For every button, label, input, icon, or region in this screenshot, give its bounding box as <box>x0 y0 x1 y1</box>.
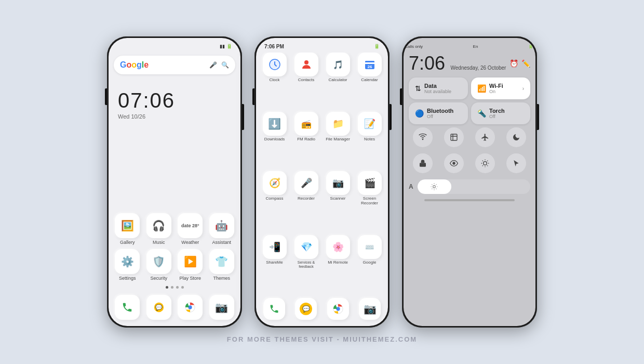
list-icon-services: 💎 <box>294 235 318 259</box>
list-item-clock[interactable]: Clock <box>260 53 289 109</box>
cc-quick-lock[interactable] <box>413 153 433 173</box>
list-item-calculator[interactable]: 🎵 Calculator <box>324 53 352 109</box>
cc-status-bar: calls only En 🔋 <box>404 38 535 53</box>
app-icon-security: 🛡️ <box>146 249 171 274</box>
list-label-miremote: Mi Remote <box>328 261 348 265</box>
cc-brightness-row: A <box>409 179 530 194</box>
clock-widget: 07:06 Wed 10/26 <box>114 79 235 213</box>
list-item-screenrecorder[interactable]: 🎬 Screen Recorder <box>355 171 384 232</box>
cc-quick-row1 <box>409 127 530 147</box>
list-label-services: Services & feedback <box>292 261 320 268</box>
dock2-icon-chrome <box>327 298 349 320</box>
list-label-clock: Clock <box>269 78 279 83</box>
list-item-miremote[interactable]: 🌸 Mi Remote <box>324 235 352 295</box>
list-item-google[interactable]: ⌨️ Google <box>355 235 384 295</box>
dock-messages[interactable]: 💬 <box>145 295 173 320</box>
list-item-contacts[interactable]: Contacts <box>292 53 320 109</box>
cc-battery: 🔋 <box>528 44 533 49</box>
dot-3 <box>176 286 179 289</box>
list-label-compass: Compass <box>266 197 284 201</box>
list-item-notes[interactable]: 📝 Notes <box>355 112 384 168</box>
app-assistant[interactable]: 🤖 Assistant <box>208 213 236 245</box>
list-item-shareme[interactable]: 📲 ShareMe <box>260 235 289 295</box>
cc-quick-eye[interactable] <box>444 153 464 173</box>
cc-tile-data[interactable]: ⇅ Data Not available <box>409 77 468 99</box>
app-grid-row2: ⚙️ Settings 🛡️ Security ▶️ Play Store 👕 … <box>114 249 235 281</box>
cc-tile-torch[interactable]: 🔦 Torch Off <box>471 102 530 124</box>
list-item-compass[interactable]: 🧭 Compass <box>260 171 289 232</box>
cc-quick-airplane[interactable] <box>475 127 495 147</box>
list-label-calculator: Calculator <box>328 78 347 83</box>
mic-icon[interactable]: 🎤 <box>209 61 217 69</box>
list-icon-notes: 📝 <box>358 112 382 136</box>
cc-quick-wifi[interactable] <box>413 127 433 147</box>
dock2-phone[interactable] <box>260 298 288 320</box>
list-label-calendar: Calendar <box>361 78 378 83</box>
brightness-slider[interactable] <box>418 179 530 194</box>
svg-rect-13 <box>451 134 457 140</box>
cc-time-section: 7:06 Wednesday, 26 October ⏰ ✏️ <box>404 53 535 74</box>
google-search-bar[interactable]: Google 🎤 🔍 <box>114 56 235 74</box>
alarm-icon[interactable]: ⏰ <box>509 59 518 68</box>
app-playstore[interactable]: ▶️ Play Store <box>177 249 204 281</box>
list-item-filemanager[interactable]: 📁 File Manager <box>324 112 352 168</box>
app-icon-assistant: 🤖 <box>209 213 234 238</box>
list-icon-calendar: 26 <box>358 53 382 76</box>
brightness-fill <box>418 179 451 194</box>
wifi-icon: 📶 <box>477 84 486 93</box>
app-security[interactable]: 🛡️ Security <box>145 249 173 281</box>
app-weather[interactable]: date 28° Weather <box>177 213 204 245</box>
dock-phone[interactable] <box>114 295 141 320</box>
cc-tile-wifi[interactable]: 📶 Wi-Fi On › <box>471 77 530 99</box>
list-icon-shareme: 📲 <box>263 235 287 259</box>
list-label-scanner: Scanner <box>330 197 346 201</box>
list-icon-scanner: 📷 <box>326 171 350 195</box>
cc-tile-wifi-status: On <box>489 89 503 94</box>
list-item-downloads[interactable]: ⬇️ Downloads <box>260 112 289 168</box>
dock2-chrome[interactable] <box>324 298 352 320</box>
app-icon-gallery: 🖼️ <box>115 213 140 238</box>
list-item-fmradio[interactable]: 📻 FM Radio <box>292 112 320 168</box>
status-icons-1: ▮▮ 🔋 <box>220 44 232 49</box>
svg-line-19 <box>482 161 483 161</box>
app-music[interactable]: 🎧 Music <box>145 213 173 245</box>
dock-camera[interactable]: 📷 <box>208 295 236 320</box>
dock2-messages[interactable]: 💬 <box>292 298 320 320</box>
edit-icon[interactable]: ✏️ <box>521 59 530 68</box>
dock2-icon-messages: 💬 <box>295 298 317 320</box>
cc-tile-wifi-info: Wi-Fi On <box>489 83 503 94</box>
list-label-shareme: ShareMe <box>266 261 283 265</box>
cc-tile-bluetooth-status: Off <box>427 114 453 119</box>
phones-container: ▮▮ 🔋 Google 🎤 🔍 07:06 Wed 10/26 <box>107 36 537 328</box>
list-item-recorder[interactable]: 🎤 Recorder <box>292 171 320 232</box>
dock-chrome[interactable] <box>177 295 204 320</box>
page-dots <box>114 286 235 289</box>
cc-tile-data-header: ⇅ Data Not available <box>415 83 462 94</box>
dock2-camera[interactable]: 📷 <box>356 298 384 320</box>
cc-tile-bluetooth[interactable]: 🔵 Bluetooth Off <box>409 102 468 124</box>
list-item-scanner[interactable]: 📷 Scanner <box>324 171 352 232</box>
app-themes[interactable]: 👕 Themes <box>208 249 236 281</box>
brightness-a-label: A <box>409 183 413 190</box>
cc-tile-torch-header: 🔦 Torch Off <box>477 108 524 119</box>
cc-quick-display[interactable] <box>475 153 495 173</box>
app-icon-music: 🎧 <box>146 213 171 238</box>
list-item-calendar[interactable]: 26 Calendar <box>355 53 384 109</box>
cc-tile-row1: ⇅ Data Not available 📶 Wi-Fi <box>409 77 530 99</box>
bluetooth-icon: 🔵 <box>415 109 424 118</box>
app-gallery[interactable]: 🖼️ Gallery <box>114 213 141 245</box>
status-time-2: 7:06 PM <box>264 44 284 49</box>
dock2-icon-phone <box>263 298 285 320</box>
list-label-downloads: Downloads <box>264 137 285 142</box>
svg-text:26: 26 <box>367 64 372 69</box>
cc-tile-wifi-name: Wi-Fi <box>489 83 503 89</box>
phone-2-screen: 7:06 PM 🔋 Clock <box>256 38 388 326</box>
cc-quick-dnd[interactable] <box>506 127 526 147</box>
app-settings[interactable]: ⚙️ Settings <box>114 249 141 281</box>
cc-quick-location[interactable] <box>506 153 526 173</box>
cc-quick-screenshot[interactable] <box>444 127 464 147</box>
list-icon-filemanager: 📁 <box>326 112 350 136</box>
cc-time-icons: ⏰ ✏️ <box>509 59 530 68</box>
list-item-services[interactable]: 💎 Services & feedback <box>292 235 320 295</box>
lens-icon[interactable]: 🔍 <box>221 61 229 69</box>
